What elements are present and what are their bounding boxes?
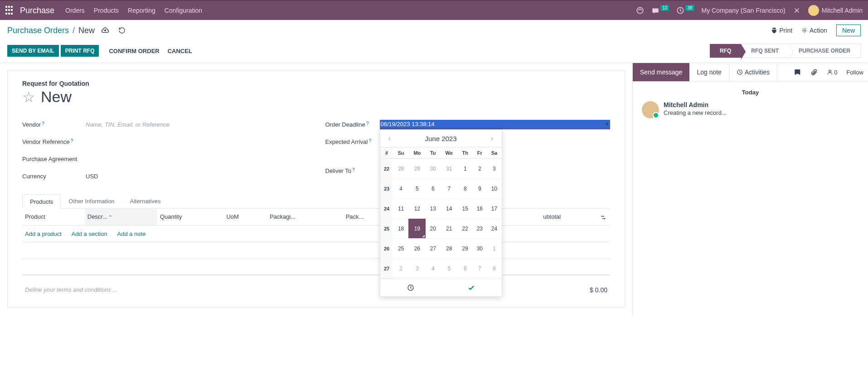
- stage-rfq[interactable]: RFQ: [710, 44, 741, 58]
- next-month-icon[interactable]: ›: [489, 134, 495, 142]
- calendar-day[interactable]: 4: [426, 259, 440, 279]
- calendar-day[interactable]: 1: [487, 239, 501, 259]
- user-menu[interactable]: Mitchell Admin: [808, 5, 863, 16]
- calendar-day[interactable]: 8: [458, 179, 472, 199]
- calendar-day[interactable]: 26: [408, 239, 426, 259]
- send-by-email-button[interactable]: SEND BY EMAIL: [7, 45, 59, 57]
- add-product-link[interactable]: Add a product: [25, 231, 62, 237]
- calendar-day[interactable]: 21: [440, 219, 458, 239]
- col-uom[interactable]: UoM: [223, 209, 267, 225]
- calendar-day[interactable]: 31: [440, 159, 458, 179]
- order-deadline-input[interactable]: [380, 120, 611, 129]
- calendar-day[interactable]: 6: [426, 179, 440, 199]
- favorite-star-icon[interactable]: ☆: [22, 88, 35, 106]
- calendar-day[interactable]: 2: [393, 259, 409, 279]
- book-icon[interactable]: [790, 63, 806, 81]
- calendar-day[interactable]: 11: [393, 199, 409, 219]
- dropdown-caret-icon[interactable]: ▼: [605, 122, 609, 127]
- calendar-day[interactable]: 24: [487, 219, 501, 239]
- messages-icon[interactable]: 10: [651, 6, 669, 15]
- stage-rfq-sent[interactable]: RFQ SENT: [741, 44, 789, 58]
- calendar-day[interactable]: 12: [408, 199, 426, 219]
- calendar-day[interactable]: 25: [393, 239, 409, 259]
- calendar-day[interactable]: 30: [472, 239, 487, 259]
- activities-button[interactable]: Activities: [729, 63, 777, 81]
- calendar-day[interactable]: 17: [487, 199, 501, 219]
- terms-field[interactable]: Define your terms and conditions ...: [25, 286, 590, 294]
- calendar-day[interactable]: 2: [472, 159, 487, 179]
- date-picker: ‹ June 2023 › # Su Mo Tu: [380, 129, 502, 297]
- calendar-day[interactable]: 20: [426, 219, 440, 239]
- calendar-day[interactable]: 1: [458, 159, 472, 179]
- calendar-day[interactable]: 29: [458, 239, 472, 259]
- col-description[interactable]: Descr...⌃: [85, 209, 157, 225]
- company-switcher[interactable]: My Company (San Francisco): [702, 7, 786, 14]
- nav-orders[interactable]: Orders: [65, 7, 85, 14]
- col-packaging[interactable]: Packagi...: [267, 209, 343, 225]
- debug-icon[interactable]: [793, 6, 801, 15]
- calendar-day[interactable]: 10: [487, 179, 501, 199]
- calendar-day[interactable]: 28: [440, 239, 458, 259]
- calendar-day[interactable]: 3: [408, 259, 426, 279]
- time-picker-icon[interactable]: [380, 279, 441, 296]
- cancel-button[interactable]: CANCEL: [168, 48, 192, 54]
- print-rfq-button[interactable]: PRINT RFQ: [61, 45, 99, 57]
- add-section-link[interactable]: Add a section: [72, 231, 107, 237]
- calendar-day[interactable]: 29: [408, 159, 426, 179]
- calendar-day[interactable]: 22: [458, 219, 472, 239]
- nav-reporting[interactable]: Reporting: [128, 7, 155, 14]
- breadcrumb-root[interactable]: Purchase Orders: [7, 26, 69, 35]
- currency-field[interactable]: USD: [86, 173, 307, 180]
- nav-products[interactable]: Products: [94, 7, 119, 14]
- calendar-day[interactable]: 16: [472, 199, 487, 219]
- followers-count[interactable]: 0: [822, 64, 842, 81]
- attachment-icon[interactable]: [806, 63, 822, 81]
- calendar-day[interactable]: 18: [393, 219, 409, 239]
- calendar-day[interactable]: 30: [426, 159, 440, 179]
- calendar-day[interactable]: 19: [408, 219, 426, 239]
- calendar-day[interactable]: 5: [440, 259, 458, 279]
- calendar-day[interactable]: 14: [440, 199, 458, 219]
- calendar-day[interactable]: 6: [458, 259, 472, 279]
- prev-month-icon[interactable]: ‹: [387, 134, 393, 142]
- activities-icon[interactable]: 38: [676, 6, 694, 15]
- tab-other-info[interactable]: Other Information: [61, 194, 122, 208]
- calendar-day[interactable]: 8: [487, 259, 501, 279]
- calendar-day[interactable]: 4: [393, 179, 409, 199]
- confirm-date-icon[interactable]: [441, 279, 502, 296]
- calendar-day[interactable]: 3: [487, 159, 501, 179]
- col-options-icon[interactable]: [596, 209, 610, 225]
- calendar-day[interactable]: 7: [440, 179, 458, 199]
- print-button[interactable]: Print: [771, 27, 792, 34]
- calendar-day[interactable]: 7: [472, 259, 487, 279]
- col-product[interactable]: Product: [22, 209, 85, 225]
- send-message-button[interactable]: Send message: [633, 63, 689, 81]
- tab-products[interactable]: Products: [22, 194, 61, 209]
- col-quantity[interactable]: Quantity: [157, 209, 224, 225]
- nav-configuration[interactable]: Configuration: [165, 7, 202, 14]
- calendar-day[interactable]: 15: [458, 199, 472, 219]
- discard-icon[interactable]: [118, 26, 126, 34]
- app-brand[interactable]: Purchase: [20, 6, 54, 15]
- calendar-day[interactable]: 27: [426, 239, 440, 259]
- calendar-day[interactable]: 23: [472, 219, 487, 239]
- calendar-month-label[interactable]: June 2023: [425, 135, 456, 142]
- calendar-day[interactable]: 28: [393, 159, 409, 179]
- add-note-link[interactable]: Add a note: [117, 231, 146, 237]
- save-cloud-icon[interactable]: [101, 26, 109, 34]
- action-button[interactable]: Action: [801, 27, 827, 34]
- apps-icon[interactable]: [5, 6, 15, 15]
- avatar: [808, 5, 819, 16]
- support-icon[interactable]: [636, 6, 644, 15]
- col-subtotal[interactable]: ubtotal: [540, 209, 596, 225]
- confirm-order-button[interactable]: CONFIRM ORDER: [109, 48, 159, 54]
- stage-purchase-order[interactable]: PURCHASE ORDER: [789, 44, 861, 58]
- log-note-button[interactable]: Log note: [689, 63, 729, 81]
- new-button[interactable]: New: [836, 25, 861, 36]
- vendor-field[interactable]: Name, TIN, Email, or Reference: [86, 121, 307, 128]
- calendar-day[interactable]: 9: [472, 179, 487, 199]
- follow-button[interactable]: Follow: [842, 64, 868, 81]
- calendar-day[interactable]: 13: [426, 199, 440, 219]
- calendar-day[interactable]: 5: [408, 179, 426, 199]
- tab-alternatives[interactable]: Alternatives: [122, 194, 168, 208]
